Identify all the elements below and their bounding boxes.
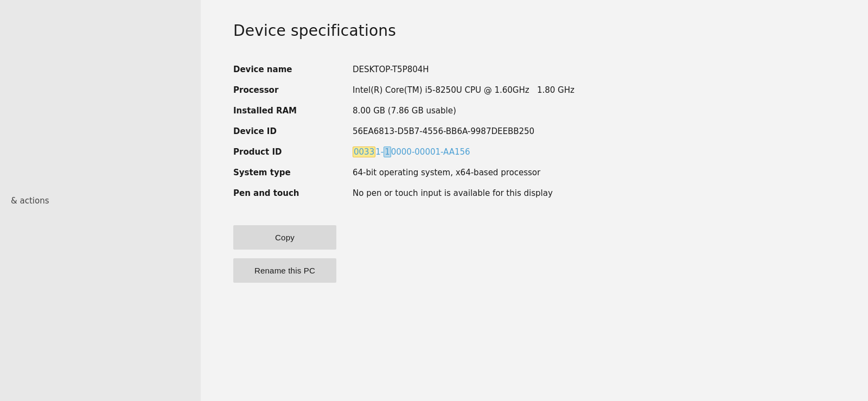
- sidebar: & actions: [0, 0, 201, 401]
- specs-table: Device name DESKTOP-T5P804H Processor In…: [233, 59, 835, 203]
- product-id-sep1: 1-: [375, 147, 384, 157]
- spec-label-product-id: Product ID: [233, 142, 342, 162]
- product-id-highlight-1: 0033: [353, 147, 375, 157]
- spec-value-device-id: 56EA6813-D5B7-4556-BB6A-9987DEEBB250: [342, 121, 835, 142]
- spec-value-system-type: 64-bit operating system, x64-based proce…: [342, 162, 835, 183]
- spec-value-pen-touch: No pen or touch input is available for t…: [342, 183, 835, 203]
- rename-pc-button[interactable]: Rename this PC: [233, 258, 336, 283]
- spec-value-product-id: 00331-10000-00001-AA156: [342, 142, 835, 162]
- spec-label-system-type: System type: [233, 162, 342, 183]
- spec-label-processor: Processor: [233, 80, 342, 100]
- page-title: Device specifications: [233, 22, 835, 40]
- spec-value-processor: Intel(R) Core(TM) i5-8250U CPU @ 1.60GHz…: [342, 80, 835, 100]
- spec-value-device-name: DESKTOP-T5P804H: [342, 59, 835, 80]
- button-group: Copy Rename this PC: [233, 225, 835, 283]
- spec-label-device-name: Device name: [233, 59, 342, 80]
- sidebar-actions-label: & actions: [11, 196, 49, 206]
- spec-label-device-id: Device ID: [233, 121, 342, 142]
- spec-label-installed-ram: Installed RAM: [233, 100, 342, 121]
- spec-value-installed-ram: 8.00 GB (7.86 GB usable): [342, 100, 835, 121]
- main-content: Device specifications Device name DESKTO…: [201, 0, 868, 401]
- spec-label-pen-touch: Pen and touch: [233, 183, 342, 203]
- product-id-text: 00331-10000-00001-AA156: [353, 147, 470, 157]
- product-id-rest: 0000-00001-AA156: [391, 147, 470, 157]
- copy-button[interactable]: Copy: [233, 225, 336, 250]
- product-id-highlight-2: 1: [384, 147, 391, 157]
